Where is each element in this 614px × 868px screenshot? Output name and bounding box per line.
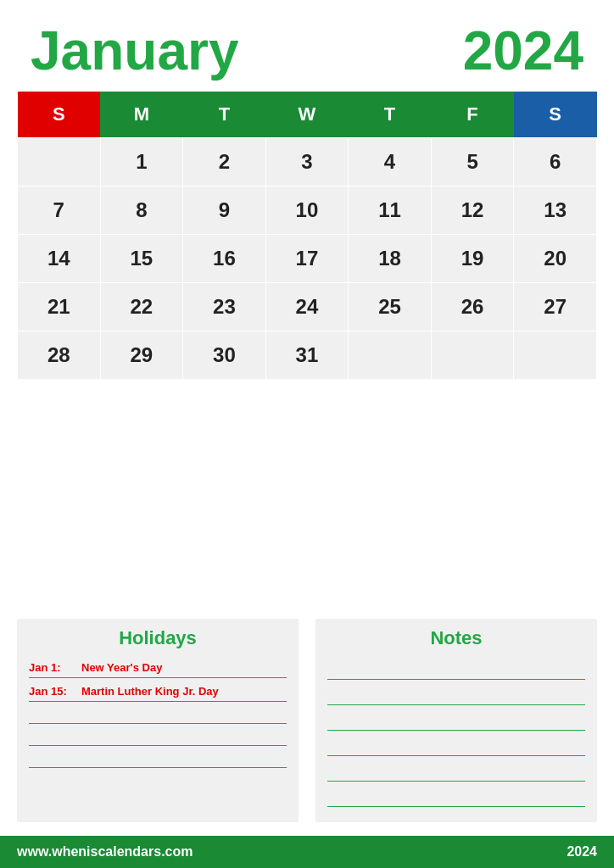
note-line[interactable]: [327, 661, 585, 680]
notes-title: Notes: [327, 627, 585, 649]
calendar-cell: [18, 138, 101, 186]
calendar-cell: 26: [431, 283, 514, 331]
calendar-row: 28293031: [18, 331, 597, 380]
col-header-wed: W: [265, 92, 349, 138]
holiday-date: Jan 1:: [29, 661, 73, 674]
calendar-cell: 3: [265, 138, 349, 186]
holiday-blank-line: [29, 705, 287, 724]
notes-lines: [327, 658, 585, 810]
holiday-name: New Year's Day: [81, 661, 162, 674]
calendar-cell: [431, 331, 514, 380]
calendar-cell: 28: [18, 331, 101, 380]
calendar-cell: 22: [100, 283, 183, 331]
note-line[interactable]: [327, 712, 585, 731]
note-line[interactable]: [327, 687, 585, 705]
calendar-cell: 8: [100, 186, 183, 235]
calendar-row: 123456: [18, 138, 597, 186]
calendar-table: S M T W T F S 12345678910111213141516171…: [17, 92, 597, 380]
holiday-item: Jan 1:New Year's Day: [29, 658, 287, 678]
holiday-name: Martin Luther King Jr. Day: [81, 685, 219, 698]
calendar-cell: 27: [514, 283, 597, 331]
calendar-cell: 10: [265, 186, 349, 235]
notes-box: Notes: [315, 619, 597, 822]
note-line[interactable]: [327, 763, 585, 782]
calendar-cell: 9: [183, 186, 266, 235]
calendar-cell: [514, 331, 597, 380]
month-title: January: [31, 24, 238, 78]
calendar-cell: 4: [349, 138, 432, 186]
calendar-cell: 7: [18, 186, 101, 235]
calendar-cell: 2: [183, 138, 266, 186]
bottom-section: Holidays Jan 1:New Year's DayJan 15:Mart…: [17, 619, 597, 822]
calendar-cell: 16: [183, 235, 266, 283]
note-line[interactable]: [327, 737, 585, 756]
holiday-blank-line: [29, 749, 287, 768]
calendar-cell: 19: [431, 235, 514, 283]
footer-url: www.wheniscalendars.com: [17, 844, 193, 860]
holidays-title: Holidays: [29, 627, 287, 649]
calendar-cell: 20: [514, 235, 597, 283]
holiday-date: Jan 15:: [29, 685, 73, 698]
col-header-fri: F: [431, 92, 514, 138]
calendar-cell: 15: [100, 235, 183, 283]
calendar-cell: 24: [265, 283, 349, 331]
col-header-tue: T: [183, 92, 266, 138]
note-line[interactable]: [327, 788, 585, 807]
col-header-mon: M: [100, 92, 183, 138]
calendar-cell: 21: [18, 283, 101, 331]
calendar-page: January 2024 S M T W T F S 1234567891011…: [0, 0, 614, 868]
holidays-list: Jan 1:New Year's DayJan 15:Martin Luther…: [29, 658, 287, 768]
holidays-box: Holidays Jan 1:New Year's DayJan 15:Mart…: [17, 619, 299, 822]
calendar-cell: 13: [514, 186, 597, 235]
col-header-thu: T: [349, 92, 432, 138]
calendar-cell: 31: [265, 331, 349, 380]
calendar-cell: 30: [183, 331, 266, 380]
year-title: 2024: [463, 24, 583, 78]
calendar-body: 1234567891011121314151617181920212223242…: [18, 138, 597, 380]
calendar-cell: 6: [514, 138, 597, 186]
calendar-cell: 11: [349, 186, 432, 235]
calendar-cell: 5: [431, 138, 514, 186]
calendar-cell: 23: [183, 283, 266, 331]
calendar-container: S M T W T F S 12345678910111213141516171…: [17, 92, 597, 604]
calendar-cell: [349, 331, 432, 380]
calendar-cell: 14: [18, 235, 101, 283]
calendar-row: 21222324252627: [18, 283, 597, 331]
calendar-row: 14151617181920: [18, 235, 597, 283]
col-header-sun: S: [18, 92, 101, 138]
calendar-cell: 17: [265, 235, 349, 283]
calendar-cell: 12: [431, 186, 514, 235]
footer-year: 2024: [567, 844, 597, 860]
calendar-row: 78910111213: [18, 186, 597, 235]
calendar-cell: 1: [100, 138, 183, 186]
holiday-blank-line: [29, 727, 287, 746]
header: January 2024: [0, 0, 614, 92]
calendar-cell: 18: [349, 235, 432, 283]
holiday-item: Jan 15:Martin Luther King Jr. Day: [29, 682, 287, 702]
col-header-sat: S: [514, 92, 597, 138]
calendar-cell: 29: [100, 331, 183, 380]
footer: www.wheniscalendars.com 2024: [0, 836, 614, 868]
calendar-cell: 25: [349, 283, 432, 331]
calendar-header-row: S M T W T F S: [18, 92, 597, 138]
